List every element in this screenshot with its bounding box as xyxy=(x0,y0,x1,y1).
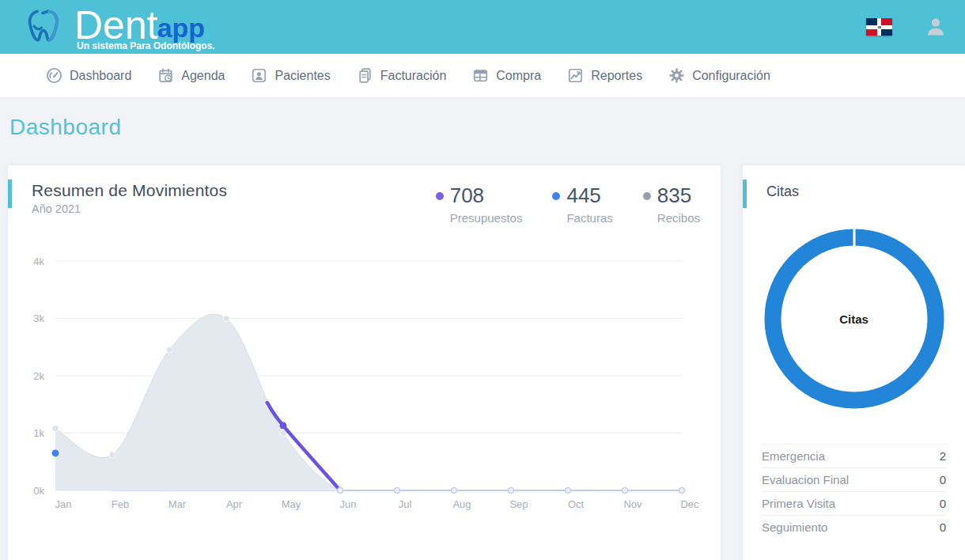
legend-item-facturas[interactable]: 445 Facturas xyxy=(552,184,612,225)
presupuestos-label: Presupuestos xyxy=(450,211,523,225)
svg-text:3k: 3k xyxy=(33,312,44,324)
facturas-total: 445 xyxy=(566,184,600,208)
svg-text:Sep: Sep xyxy=(509,498,528,510)
svg-text:2k: 2k xyxy=(33,370,44,382)
nav-label: Agenda xyxy=(181,69,225,83)
nav-item-agenda[interactable]: Agenda xyxy=(157,67,225,84)
row-label: Seguimiento xyxy=(762,520,827,534)
row-value: 0 xyxy=(940,473,946,486)
brand-tagline: Un sistema Para Odontólogos. xyxy=(77,40,215,51)
citas-title: Citas xyxy=(766,181,965,200)
svg-text:Feb: Feb xyxy=(112,498,129,510)
citas-donut-chart: Citas xyxy=(759,224,949,414)
nav-item-compra[interactable]: Compra xyxy=(472,67,541,84)
citas-row-emergencia: Emergencia 2 xyxy=(762,444,946,467)
presupuestos-dot-icon xyxy=(436,192,444,200)
recibos-label: Recibos xyxy=(657,211,700,225)
nav-item-pacientes[interactable]: Pacientes xyxy=(251,67,330,84)
facturas-dot-icon xyxy=(552,192,560,200)
svg-text:Aug: Aug xyxy=(452,498,471,510)
nav-item-facturacion[interactable]: Facturación xyxy=(357,67,447,84)
citas-card: Citas Citas Emergencia 2 Evaluacion Fina… xyxy=(743,165,965,560)
svg-text:Oct: Oct xyxy=(568,498,585,510)
dominican-republic-flag-icon[interactable] xyxy=(866,18,892,36)
app-logo[interactable]: Dentapp Un sistema Para Odontólogos. xyxy=(24,0,205,54)
legend-item-presupuestos[interactable]: 708 Presupuestos xyxy=(436,184,523,225)
recibos-dot-icon xyxy=(643,192,651,200)
invoice-pages-icon xyxy=(357,67,373,84)
nav-label: Compra xyxy=(496,69,541,83)
gauge-icon xyxy=(46,67,62,84)
legend-item-recibos[interactable]: 835 Recibos xyxy=(643,184,700,225)
recibos-total: 835 xyxy=(657,184,691,208)
row-label: Evaluacion Final xyxy=(762,473,849,486)
nav-label: Facturación xyxy=(380,69,447,83)
row-label: Emergencia xyxy=(762,449,825,463)
svg-text:Mar: Mar xyxy=(168,498,187,510)
chart-legend: 708 Presupuestos 445 Facturas 835 Recibo… xyxy=(436,184,700,225)
svg-text:Nov: Nov xyxy=(623,498,642,510)
presupuestos-total: 708 xyxy=(450,184,484,208)
row-value: 0 xyxy=(940,497,946,510)
citas-row-primera-visita: Primera Visita 0 xyxy=(762,491,946,515)
nav-item-configuracion[interactable]: Configuración xyxy=(668,67,770,84)
app-header: Dentapp Un sistema Para Odontólogos. xyxy=(0,0,965,54)
svg-text:4k: 4k xyxy=(33,255,44,267)
row-value: 2 xyxy=(940,449,946,463)
calendar-clock-icon xyxy=(157,67,174,84)
brand-text: Dentapp Un sistema Para Odontólogos. xyxy=(74,0,205,54)
svg-text:Jan: Jan xyxy=(55,498,72,510)
brand-suffix: app xyxy=(157,13,205,43)
card-accent-bar xyxy=(8,180,12,208)
svg-text:Dec: Dec xyxy=(680,498,699,510)
main-nav: Dashboard Agenda Pacientes Facturación xyxy=(0,54,965,98)
donut-center-label: Citas xyxy=(759,224,949,414)
svg-text:May: May xyxy=(282,498,301,510)
user-icon[interactable] xyxy=(924,15,948,39)
row-value: 0 xyxy=(940,520,946,534)
svg-text:Apr: Apr xyxy=(226,498,243,510)
citas-list: Emergencia 2 Evaluacion Final 0 Primera … xyxy=(762,444,946,539)
svg-text:0k: 0k xyxy=(33,485,44,497)
nav-item-reportes[interactable]: Reportes xyxy=(567,67,642,84)
resumen-movimientos-card: 0k1k2k3k4kJanFebMarAprMayJunJulAugSepOct… xyxy=(8,165,721,560)
svg-text:1k: 1k xyxy=(33,427,44,439)
line-chart-icon xyxy=(567,67,584,84)
nav-label: Dashboard xyxy=(70,69,131,83)
row-label: Primera Visita xyxy=(762,497,835,510)
nav-item-dashboard[interactable]: Dashboard xyxy=(46,67,131,84)
nav-label: Pacientes xyxy=(274,69,330,83)
gear-icon xyxy=(668,67,685,84)
svg-text:Jun: Jun xyxy=(340,498,357,510)
svg-text:Jul: Jul xyxy=(399,498,412,510)
patient-badge-icon xyxy=(251,67,267,84)
page-title: Dashboard xyxy=(9,115,121,140)
citas-row-seguimiento: Seguimiento 0 xyxy=(762,515,946,539)
nav-label: Reportes xyxy=(591,69,642,83)
facturas-label: Facturas xyxy=(566,211,612,225)
purchase-table-icon xyxy=(472,67,489,84)
card-accent-bar xyxy=(743,180,747,208)
tooth-icon xyxy=(24,6,70,47)
nav-label: Configuración xyxy=(692,69,770,83)
citas-row-evaluacion-final: Evaluacion Final 0 xyxy=(762,467,946,491)
